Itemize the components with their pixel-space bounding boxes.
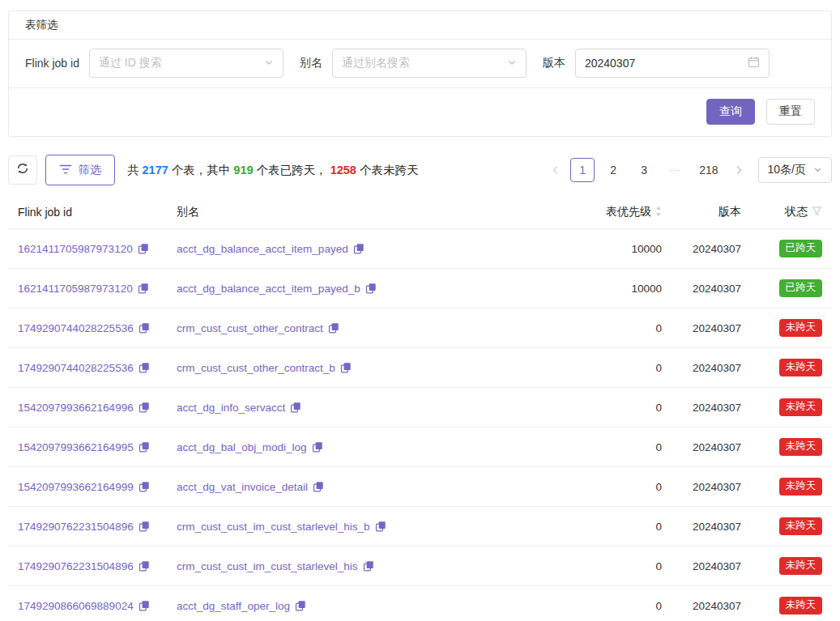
copy-icon[interactable] — [139, 402, 150, 413]
query-button[interactable]: 查询 — [706, 99, 755, 125]
copy-icon[interactable] — [353, 243, 365, 254]
alias-link[interactable]: acct_dg_vat_invoice_detail — [177, 481, 308, 493]
copy-icon[interactable] — [139, 560, 150, 572]
copy-icon[interactable] — [375, 521, 386, 532]
copy-icon[interactable] — [340, 362, 352, 373]
job-id-link[interactable]: 1749290744028225536 — [18, 322, 134, 334]
priority-cell: 0 — [576, 507, 672, 547]
table-row: 1749290744028225536crm_cust_cust_other_c… — [8, 348, 832, 388]
job-id-link[interactable]: 1542097993662164999 — [18, 481, 134, 493]
stats-crossed-count: 919 — [233, 164, 253, 177]
copy-icon[interactable] — [139, 441, 150, 453]
job-id-link[interactable]: 1749290762231504896 — [18, 521, 134, 533]
copy-icon[interactable] — [295, 600, 306, 611]
header-priority[interactable]: 表优先级 — [576, 197, 672, 229]
filter-card-title: 表筛选 — [9, 11, 831, 40]
version-label: 版本 — [543, 56, 565, 70]
filter-lines-icon — [59, 164, 72, 177]
table-toolbar: 筛选 共 2177 个表，其中 919 个表已跨天， 1258 个表未跨天 12… — [8, 155, 832, 185]
copy-icon[interactable] — [139, 481, 150, 492]
version-cell: 20240307 — [672, 348, 751, 388]
filter-funnel-icon[interactable] — [812, 206, 822, 219]
page-ellipsis[interactable]: ··· — [663, 158, 687, 182]
page-button[interactable]: 218 — [693, 158, 723, 182]
table-row: 1749290762231504896crm_cust_cust_im_cust… — [8, 507, 832, 547]
table-row: 1542097993662164995acct_dg_bal_obj_modi_… — [8, 427, 832, 467]
copy-icon[interactable] — [313, 481, 324, 492]
copy-icon[interactable] — [312, 441, 323, 453]
copy-icon[interactable] — [363, 560, 374, 572]
job-id-link[interactable]: 1749290744028225536 — [18, 362, 134, 374]
priority-cell: 0 — [576, 388, 672, 427]
stats-total-count: 2177 — [143, 164, 168, 177]
copy-icon[interactable] — [138, 283, 149, 294]
alias-link[interactable]: crm_cust_cust_im_cust_starlevel_his — [177, 560, 358, 572]
stats-mid1: 个表，其中 — [168, 164, 234, 177]
job-id-link[interactable]: 1542097993662164996 — [18, 402, 134, 414]
version-field: 版本 20240307 — [543, 49, 770, 78]
version-cell: 20240307 — [672, 308, 751, 348]
priority-cell: 0 — [576, 427, 672, 467]
job-id-link[interactable]: 1621411705987973120 — [18, 283, 133, 295]
copy-icon[interactable] — [290, 402, 301, 413]
priority-cell: 0 — [576, 547, 672, 586]
alias-link[interactable]: acct_dg_staff_oper_log — [177, 600, 290, 612]
sort-icon[interactable] — [655, 206, 662, 219]
job-id-link[interactable]: 1749290762231504896 — [18, 560, 134, 572]
version-cell: 20240307 — [672, 467, 751, 507]
status-badge: 未跨天 — [779, 398, 823, 416]
chevron-down-icon — [507, 56, 517, 70]
table-row: 1749290744028225536crm_cust_cust_other_c… — [8, 308, 832, 348]
page-button[interactable]: 1 — [570, 158, 595, 182]
alias-link[interactable]: acct_dg_bal_obj_modi_log — [177, 441, 307, 453]
copy-icon[interactable] — [139, 362, 150, 373]
alias-select[interactable]: 通过别名搜索 — [332, 49, 527, 78]
refresh-button[interactable] — [8, 155, 37, 185]
table-row: 1749290762231504896crm_cust_cust_im_cust… — [8, 547, 832, 586]
priority-cell: 0 — [576, 467, 672, 507]
stats-prefix: 共 — [127, 164, 143, 177]
status-badge: 未跨天 — [779, 359, 823, 376]
copy-icon[interactable] — [139, 600, 150, 611]
copy-icon[interactable] — [139, 521, 150, 532]
page-button[interactable]: 2 — [601, 158, 625, 182]
copy-icon[interactable] — [138, 243, 149, 254]
job-id-link[interactable]: 1749290866069889024 — [18, 600, 134, 612]
table-row: 1621411705987973120acct_dg_balance_acct_… — [8, 229, 832, 269]
alias-link[interactable]: crm_cust_cust_other_contract_b — [177, 362, 335, 374]
copy-icon[interactable] — [139, 322, 150, 334]
reset-button[interactable]: 重置 — [766, 99, 815, 125]
status-badge: 未跨天 — [779, 557, 823, 575]
filter-actions-row: 查询 重置 — [9, 88, 831, 136]
flink-job-id-select[interactable]: 通过 ID 搜索 — [89, 49, 284, 78]
status-badge: 已跨天 — [779, 240, 823, 257]
chevron-down-icon — [813, 164, 822, 177]
job-id-link[interactable]: 1542097993662164995 — [18, 441, 134, 453]
alias-link[interactable]: acct_dg_info_servacct — [177, 402, 285, 414]
table-header-row: Flink job id 别名 表优先级 版本 状态 — [8, 197, 832, 229]
table-stats: 共 2177 个表，其中 919 个表已跨天， 1258 个表未跨天 — [127, 163, 418, 178]
alias-link[interactable]: crm_cust_cust_other_contract — [177, 322, 323, 334]
header-status[interactable]: 状态 — [751, 197, 832, 229]
alias-link[interactable]: acct_dg_balance_acct_item_payed — [177, 243, 348, 255]
copy-icon[interactable] — [365, 283, 377, 294]
table-row: 1621411705987973120acct_dg_balance_acct_… — [8, 269, 832, 308]
filter-button[interactable]: 筛选 — [45, 155, 115, 185]
version-cell: 20240307 — [672, 427, 751, 467]
flink-job-id-label: Flink job id — [25, 57, 79, 70]
page-list: 123···218 — [567, 158, 727, 182]
job-id-link[interactable]: 1621411705987973120 — [18, 243, 133, 255]
prev-page-button[interactable] — [544, 158, 567, 182]
version-date-input[interactable]: 20240307 — [575, 49, 770, 78]
header-status-label: 状态 — [785, 205, 808, 219]
alias-link[interactable]: crm_cust_cust_im_cust_starlevel_his_b — [177, 521, 370, 533]
next-page-button[interactable] — [727, 158, 750, 182]
page-button[interactable]: 3 — [632, 158, 656, 182]
status-badge: 未跨天 — [779, 597, 823, 615]
status-badge: 未跨天 — [779, 478, 823, 496]
page-size-select[interactable]: 10条/页 — [758, 157, 832, 183]
copy-icon[interactable] — [328, 322, 339, 334]
alias-link[interactable]: acct_dg_balance_acct_item_payed_b — [177, 283, 360, 295]
alias-placeholder: 通过别名搜索 — [342, 56, 410, 70]
version-cell: 20240307 — [672, 547, 751, 586]
